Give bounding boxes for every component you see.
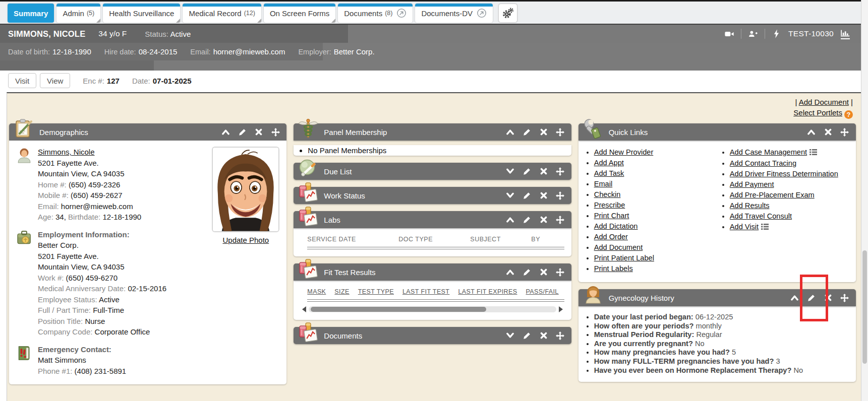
update-photo-link[interactable]: Update Photo xyxy=(222,236,269,244)
tab[interactable]: On Screen Forms xyxy=(264,4,335,23)
quick-link[interactable]: Add Case Management xyxy=(730,147,852,158)
quick-link[interactable]: Print Chart xyxy=(594,211,716,221)
move-icon[interactable] xyxy=(556,167,565,176)
visit-button[interactable]: Visit xyxy=(8,73,36,88)
portlet-header[interactable]: Documents xyxy=(294,327,571,344)
add-document-link[interactable]: Add Document xyxy=(799,98,849,106)
collapse-icon[interactable] xyxy=(221,127,230,137)
move-icon[interactable] xyxy=(556,127,565,137)
move-icon[interactable] xyxy=(556,268,565,277)
expand-icon[interactable] xyxy=(506,331,515,340)
collapse-icon[interactable] xyxy=(506,127,515,137)
close-icon[interactable] xyxy=(539,268,548,277)
video-call-icon[interactable] xyxy=(725,29,734,38)
quick-link[interactable]: Prescribe xyxy=(594,200,716,211)
edit-icon[interactable] xyxy=(238,127,247,137)
edit-icon[interactable] xyxy=(523,167,532,176)
quick-link[interactable]: Print Patient Label xyxy=(594,253,716,263)
quick-link[interactable]: Add Appt xyxy=(594,158,716,168)
portlet-quick-links: Quick Links Add New ProviderAdd ApptAdd … xyxy=(578,123,856,282)
flowsheet-chart-icon[interactable] xyxy=(841,29,850,39)
edit-icon[interactable] xyxy=(523,268,532,277)
collapse-icon[interactable] xyxy=(506,215,515,224)
close-icon[interactable] xyxy=(539,191,548,200)
edit-icon[interactable] xyxy=(807,293,816,302)
quick-link[interactable]: Add Visit xyxy=(730,222,852,233)
expand-icon[interactable] xyxy=(506,167,515,176)
horizontal-scrollbar[interactable] xyxy=(302,306,562,313)
settings-gear-button[interactable] xyxy=(498,4,517,23)
sortable-column-header[interactable]: LAST FIT TEST xyxy=(402,288,449,295)
portlet-header[interactable]: Fit Test Results xyxy=(294,263,571,281)
quick-link[interactable]: Add New Provider xyxy=(594,147,716,158)
tab[interactable]: Documents (8) xyxy=(338,4,413,23)
quick-link[interactable]: Add Task xyxy=(594,168,716,179)
scrollbar-track[interactable] xyxy=(309,306,556,312)
patient-name-link[interactable]: Simmons, Nicole xyxy=(38,148,95,156)
move-icon[interactable] xyxy=(271,127,280,137)
tab[interactable]: Summary xyxy=(8,4,54,23)
tab[interactable]: Health Surveillance xyxy=(103,4,180,23)
edit-icon[interactable] xyxy=(523,191,532,200)
portlet-header[interactable]: Gynecology History xyxy=(578,289,856,306)
tab[interactable]: Documents-DV xyxy=(415,4,493,23)
move-icon[interactable] xyxy=(556,215,565,224)
open-in-new-icon[interactable] xyxy=(477,8,487,18)
quick-action-bolt-icon[interactable] xyxy=(772,29,781,38)
quick-link[interactable]: Add Payment xyxy=(730,179,852,190)
edit-icon[interactable] xyxy=(523,127,532,137)
scrollbar-thumb[interactable] xyxy=(311,307,486,312)
close-icon[interactable] xyxy=(539,215,548,224)
close-icon[interactable] xyxy=(539,127,548,137)
portlet-header[interactable]: Demographics xyxy=(9,123,286,141)
open-in-new-icon[interactable] xyxy=(396,8,407,18)
quick-link[interactable]: Print Labels xyxy=(594,263,716,274)
scroll-left-arrow[interactable] xyxy=(302,306,306,312)
move-icon[interactable] xyxy=(556,331,565,340)
sortable-column-header[interactable]: MASK xyxy=(307,288,326,295)
collapse-icon[interactable] xyxy=(506,268,515,277)
vertical-scrollbar[interactable] xyxy=(861,0,868,401)
quick-link[interactable]: Checkin xyxy=(594,189,716,200)
scroll-right-arrow[interactable] xyxy=(559,306,563,312)
sortable-column-header[interactable]: LAST FIT EXPIRES xyxy=(458,288,517,295)
quick-link[interactable]: Add Dictation xyxy=(594,221,716,232)
edit-icon[interactable] xyxy=(523,215,532,224)
move-icon[interactable] xyxy=(840,293,849,302)
collapse-icon[interactable] xyxy=(807,127,816,137)
collapse-icon[interactable] xyxy=(790,293,799,302)
tab[interactable]: Medical Record (12) xyxy=(183,4,261,23)
portlet-header[interactable]: Quick Links xyxy=(578,123,856,141)
portlet-labs: Labs SERVICE DATE DOC TYPE SUBJECT xyxy=(294,211,571,256)
close-icon[interactable] xyxy=(539,331,548,340)
portlet-header[interactable]: Work Status xyxy=(294,187,571,204)
close-icon[interactable] xyxy=(539,167,548,176)
tab[interactable]: Admin (5) xyxy=(56,4,100,23)
quick-link[interactable]: Add Contact Tracing xyxy=(730,158,852,169)
portlet-header[interactable]: Panel Membership xyxy=(294,123,571,141)
close-icon[interactable] xyxy=(824,293,833,302)
quick-link[interactable]: Add Travel Consult xyxy=(730,211,852,222)
quick-link[interactable]: Add Driver Fitness Determination xyxy=(730,169,852,179)
select-portlets-link[interactable]: Select Portlets xyxy=(793,108,842,117)
sortable-column-header[interactable]: SIZE xyxy=(334,288,349,295)
sortable-column-header[interactable]: TEST TYPE xyxy=(358,288,394,295)
quick-link[interactable]: Add Document xyxy=(594,242,716,253)
view-button[interactable]: View xyxy=(40,73,70,88)
move-icon[interactable] xyxy=(556,191,565,200)
close-icon[interactable] xyxy=(254,127,263,137)
add-patient-icon[interactable] xyxy=(748,29,758,38)
sortable-column-header[interactable]: PASS/FAIL xyxy=(526,288,558,295)
close-icon[interactable] xyxy=(824,127,833,137)
expand-icon[interactable] xyxy=(506,191,515,200)
portlet-header[interactable]: Labs xyxy=(294,211,571,228)
help-icon[interactable]: ? xyxy=(844,110,853,119)
move-icon[interactable] xyxy=(840,127,849,137)
quick-link[interactable]: Add Results xyxy=(730,201,852,211)
edit-icon[interactable] xyxy=(523,331,532,340)
quick-link[interactable]: Add Pre-Placement Exam xyxy=(730,190,852,201)
quick-link[interactable]: Add Order xyxy=(594,232,716,242)
quick-link[interactable]: Email xyxy=(594,179,716,189)
scrollbar-thumb[interactable] xyxy=(862,250,867,364)
portlet-header[interactable]: Due List xyxy=(294,163,571,180)
